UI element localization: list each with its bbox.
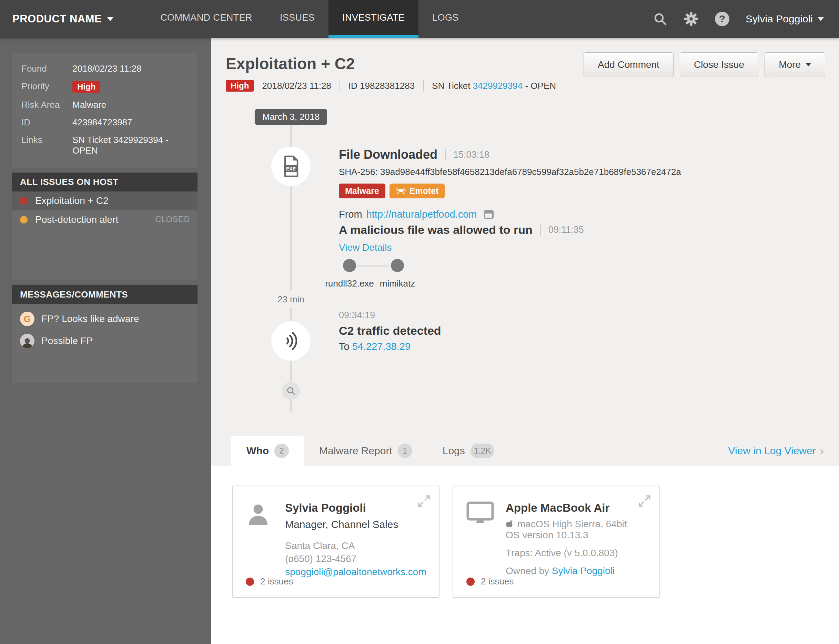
nav-item-investigate[interactable]: INVESTIGATE [328, 0, 419, 38]
c2-destination: To 54.227.38.29 [339, 341, 441, 352]
action-buttons: Add Comment Close Issue More [584, 53, 825, 77]
event-title: C2 traffic detected [339, 324, 441, 337]
user-name: Sylvia Poggioli [746, 13, 813, 25]
sn-ticket: SN Ticket 3429929394 - OPEN [432, 80, 556, 91]
device-os: macOS High Sierra, 64bit [506, 519, 627, 530]
timeline-zoom-icon[interactable] [282, 382, 300, 400]
person-contact: Santa Clara, CA (o650) 123-4567 spoggiol… [285, 539, 426, 578]
chevron-down-icon [818, 17, 824, 21]
process-chain: rundll32.exe mimikatz [339, 259, 415, 293]
close-issue-button[interactable]: Close Issue [680, 53, 758, 77]
view-details-link[interactable]: View Details [339, 242, 392, 253]
product-menu[interactable]: PRODUCT NAME [0, 0, 114, 38]
tab-logs[interactable]: Logs 1.2K [427, 435, 509, 466]
nav-item-command-center[interactable]: COMMAND CENTER [147, 0, 266, 38]
event-time: 15:03:18 [453, 150, 490, 160]
malware-badge[interactable]: Malware [339, 184, 386, 198]
who-tab-content: Sylvia Poggioli Manager, Channel Sales S… [211, 466, 839, 644]
comment-item[interactable]: G FP? Looks like adware [20, 312, 189, 326]
help-icon[interactable]: ? [715, 12, 730, 26]
issues-dot [466, 578, 475, 586]
search-icon[interactable] [653, 12, 668, 26]
expand-icon[interactable] [417, 495, 430, 508]
event-title: A malicious file was allowed to run [339, 223, 532, 237]
divider [540, 225, 541, 236]
priority-badge: High [73, 81, 100, 93]
entity-cards: Sylvia Poggioli Manager, Channel Sales S… [211, 466, 839, 598]
issues-count: 2 issues [481, 576, 514, 587]
product-name: PRODUCT NAME [12, 13, 102, 25]
network-event-node[interactable] [271, 321, 311, 361]
nav-item-logs[interactable]: LOGS [419, 0, 473, 38]
tab-malware-report[interactable]: Malware Report 1 [304, 435, 427, 466]
messages-header: MESSAGES/COMMENTS [12, 285, 198, 304]
person-card[interactable]: Sylvia Poggioli Manager, Channel Sales S… [232, 486, 440, 598]
person-role: Manager, Channel Sales [285, 519, 426, 531]
issue-details-panel: Found 2018/02/23 11:28 Priority High Ris… [12, 53, 198, 168]
person-phone: (o650) 123-4567 [285, 552, 426, 565]
issue-row-exploitation-c2[interactable]: Exploitation + C2 [12, 192, 198, 210]
process-node[interactable] [391, 259, 404, 272]
detail-row-priority: Priority High [21, 81, 188, 93]
event-time: 09:11:35 [549, 225, 584, 235]
messages-panel: MESSAGES/COMMENTS G FP? Looks like adwar… [12, 285, 198, 383]
sn-ticket-link[interactable]: 3429929394 [473, 80, 523, 91]
timeline-gap-duration: 23 min [277, 291, 305, 308]
comment-item[interactable]: Possible FP [20, 334, 189, 348]
c2-ip-link[interactable]: 54.227.38.29 [352, 341, 410, 352]
app-window: PRODUCT NAME COMMAND CENTER ISSUES INVES… [0, 0, 839, 644]
tab-who[interactable]: Who 2 [231, 435, 304, 466]
nav-utilities: ? Sylvia Poggioli [653, 0, 839, 38]
issue-id: ID 19828381283 [348, 80, 415, 91]
avatar: G [20, 312, 35, 326]
event-title: File Downloaded [339, 148, 437, 162]
add-comment-button[interactable]: Add Comment [584, 53, 674, 77]
issue-severity-dot [20, 197, 28, 205]
nav-item-issues[interactable]: ISSUES [266, 0, 328, 38]
all-issues-header: ALL ISSUES ON HOST [12, 172, 198, 192]
more-button[interactable]: More [765, 53, 825, 77]
divider [340, 80, 340, 92]
magnifier-icon [287, 386, 295, 395]
device-card[interactable]: Apple MacBook Air macOS High Sierra, 64b… [453, 486, 660, 598]
chevron-down-icon [806, 63, 811, 66]
verdict-badges: Malware Emotet [339, 184, 681, 198]
apple-logo-icon [506, 519, 514, 529]
gear-icon[interactable] [684, 12, 699, 26]
issue-status: CLOSED [155, 215, 190, 224]
issues-dot [246, 578, 254, 586]
monitor-icon [466, 501, 494, 577]
issue-meta: High 2018/02/23 11:28 ID 19828381283 SN … [226, 80, 556, 92]
person-icon [246, 501, 274, 578]
owner-link[interactable]: Sylvia Poggioli [552, 565, 615, 576]
user-menu[interactable]: Sylvia Poggioli [746, 13, 824, 25]
expand-icon[interactable] [638, 495, 651, 508]
event-malicious-file: A malicious file was allowed to run 09:1… [339, 223, 584, 253]
chevron-right-icon: › [820, 444, 824, 457]
emotet-badge[interactable]: Emotet [389, 184, 445, 198]
timeline-date-tag: March 3, 2018 [255, 109, 327, 125]
issue-severity-dot [20, 216, 28, 223]
device-name: Apple MacBook Air [506, 501, 627, 514]
divider [423, 80, 424, 92]
browser-window-icon[interactable] [484, 210, 494, 219]
issues-count: 2 issues [260, 576, 293, 587]
avatar [20, 334, 35, 348]
person-email-link[interactable]: spoggioli@paloaltonetworks.com [285, 567, 426, 577]
download-source: From http://naturalpetfood.com [339, 209, 681, 220]
person-name: Sylvia Poggioli [285, 501, 426, 514]
priority-badge: High [226, 80, 254, 92]
event-title-row: File Downloaded 15:03:18 [339, 148, 681, 162]
process-label: mimikatz [380, 278, 415, 289]
detail-row-links: Links SN Ticket 3429929394 - OPEN [21, 135, 188, 156]
process-label: rundll32.exe [325, 278, 374, 289]
file-event-node[interactable]: EXE [271, 147, 311, 186]
issue-row-post-detection-alert[interactable]: Post-detection alert CLOSED [12, 210, 198, 229]
event-file-downloaded: File Downloaded 15:03:18 SHA-256: 39ad98… [339, 148, 681, 220]
source-url-link[interactable]: http://naturalpetfood.com [366, 209, 477, 220]
view-in-log-viewer-link[interactable]: View in Log Viewer › [729, 435, 824, 466]
device-traps-status: Traps: Active (v 5.0.0.803) [506, 547, 627, 559]
person-location: Santa Clara, CA [285, 539, 426, 552]
signal-waves-icon [282, 331, 300, 351]
process-node[interactable] [343, 259, 356, 272]
